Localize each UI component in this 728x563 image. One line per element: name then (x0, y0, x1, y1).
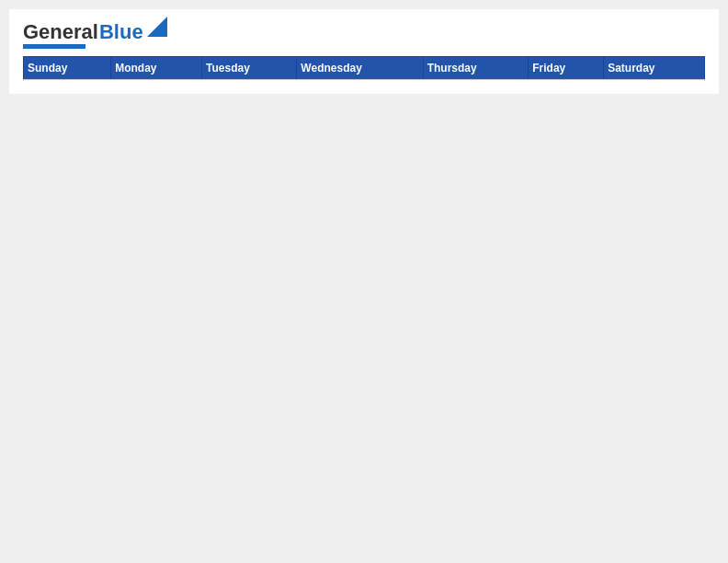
calendar-table: Sunday Monday Tuesday Wednesday Thursday… (23, 56, 705, 80)
header-thursday: Thursday (423, 57, 529, 80)
header-sunday: Sunday (24, 57, 111, 80)
logo-blue: Blue (99, 22, 143, 42)
header-wednesday: Wednesday (297, 57, 423, 80)
header-friday: Friday (529, 57, 604, 80)
header-tuesday: Tuesday (202, 57, 297, 80)
calendar-page: General Blue Sunday Monday Tuesday Wedne… (9, 9, 719, 94)
header-monday: Monday (111, 57, 202, 80)
logo: General Blue (23, 18, 167, 49)
logo-triangle-icon (147, 17, 167, 37)
svg-marker-0 (147, 17, 167, 37)
header: General Blue (23, 18, 705, 49)
weekday-header-row: Sunday Monday Tuesday Wednesday Thursday… (24, 57, 705, 80)
logo-bar (23, 44, 85, 49)
header-saturday: Saturday (604, 57, 705, 80)
logo-general: General (23, 22, 98, 42)
